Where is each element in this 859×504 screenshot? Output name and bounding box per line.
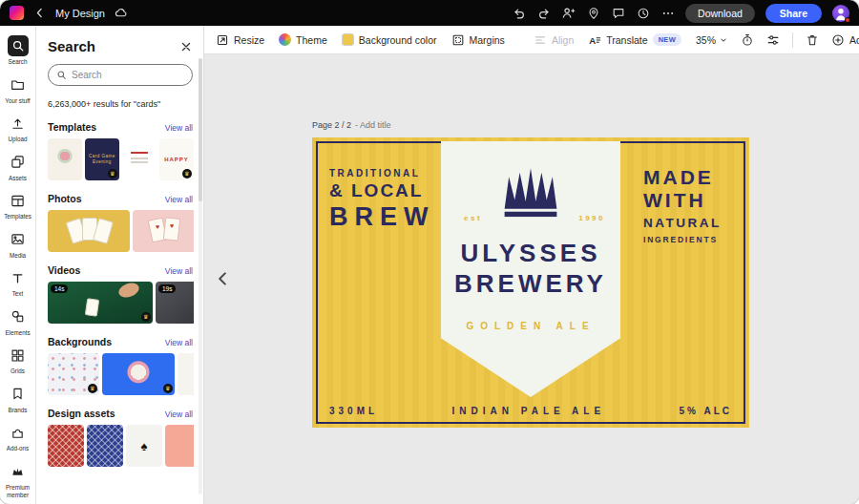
sidebar-item-assets[interactable]: Assets <box>0 147 36 186</box>
video-thumbnail[interactable]: 19s <box>156 282 194 324</box>
sidebar-item-upload[interactable]: Upload <box>0 108 36 147</box>
design-asset-thumbnail[interactable]: ♠ <box>126 425 162 467</box>
photo-thumbnail[interactable]: ♥ ♥ <box>133 210 194 252</box>
photo-thumbnail[interactable] <box>48 210 130 252</box>
section-title-videos: Videos <box>48 264 80 276</box>
theme-button[interactable]: Theme <box>279 33 327 46</box>
margins-button[interactable]: Margins <box>451 33 505 47</box>
back-icon[interactable] <box>32 6 47 20</box>
template-thumbnail[interactable] <box>48 138 82 180</box>
style-label: INDIAN PALE ALE <box>452 406 606 416</box>
settings-sliders-icon <box>766 33 780 47</box>
add-circle-icon <box>831 33 845 47</box>
adjust-button[interactable] <box>766 33 780 47</box>
redo-icon[interactable] <box>536 6 551 20</box>
view-all-backgrounds-link[interactable]: View all <box>165 338 193 347</box>
premium-crown-badge: ♛ <box>141 312 151 322</box>
card-art <box>163 217 180 242</box>
upload-icon <box>8 113 29 134</box>
design-asset-thumbnail[interactable] <box>165 425 194 467</box>
location-pin-icon[interactable] <box>586 6 600 20</box>
background-thumbnail[interactable]: ♛ <box>102 353 175 395</box>
margins-icon <box>451 33 465 47</box>
timer-button[interactable] <box>741 33 754 47</box>
template-thumbnail[interactable]: Card Game Evening ♛ <box>85 138 119 180</box>
template-thumbnail[interactable] <box>122 138 157 180</box>
view-all-photos-link[interactable]: View all <box>165 195 193 204</box>
brand-name-line2: BREWERY <box>441 269 620 299</box>
history-icon[interactable] <box>636 6 650 20</box>
results-count: 6,263,000+ results for "cards" <box>48 99 193 109</box>
bottom-info-row[interactable]: 330ML INDIAN PALE ALE 5% ALC <box>329 406 732 416</box>
share-button[interactable]: Share <box>765 4 822 23</box>
scrollbar-thumb[interactable] <box>199 58 202 201</box>
left-text-block[interactable]: TRADITIONAL & LOCAL BREW <box>329 168 435 232</box>
collapse-panel-chevron[interactable] <box>214 268 231 289</box>
beer-label-design[interactable]: TRADITIONAL & LOCAL BREW est 1990 ULYSSE… <box>312 137 749 428</box>
sidebar-item-search[interactable]: Search <box>0 31 36 70</box>
right-text-block[interactable]: MADE WITH NATURAL INGREDIENTS <box>643 166 722 244</box>
more-options-icon[interactable] <box>660 6 675 20</box>
translate-button[interactable]: A Translate NEW <box>588 33 681 47</box>
sidebar-item-add-ons[interactable]: Add-ons <box>0 417 36 456</box>
sidebar-item-premium[interactable]: Premium member <box>0 456 36 502</box>
design-asset-thumbnail[interactable] <box>48 425 84 467</box>
sidebar-item-your-stuff[interactable]: Your stuff <box>0 70 36 109</box>
sidebar-item-media[interactable]: Media <box>0 224 36 263</box>
adobe-express-logo[interactable] <box>10 6 24 20</box>
sidebar-item-text[interactable]: Text <box>0 262 36 302</box>
background-thumbnail[interactable]: ♛ <box>48 353 99 395</box>
zoom-control[interactable]: 35% <box>696 34 728 46</box>
document-title[interactable]: My Design <box>55 8 105 19</box>
premium-crown-badge: ♛ <box>88 384 97 393</box>
sidebar-item-brands[interactable]: Brands <box>0 379 36 418</box>
background-color-button[interactable]: Background color <box>342 33 437 46</box>
add-page-button[interactable]: Add <box>831 33 859 47</box>
design-asset-thumbnail[interactable] <box>87 425 123 467</box>
panel-scrollbar[interactable] <box>199 58 202 494</box>
sidebar-item-grids[interactable]: Grids <box>0 340 36 379</box>
bookmark-icon <box>8 384 29 405</box>
sidebar-item-elements[interactable]: Elements <box>0 302 36 341</box>
video-duration-badge: 19s <box>158 284 176 293</box>
video-thumbnail[interactable]: 14s ♛ <box>48 282 153 324</box>
brewery-crown-icon <box>494 166 567 220</box>
delete-page-button[interactable] <box>806 33 819 47</box>
sidebar-item-templates[interactable]: Templates <box>0 185 36 224</box>
notification-dot <box>845 17 850 23</box>
toolbar-divider <box>792 32 793 48</box>
template-thumbnail[interactable]: HAPPY ♛ <box>159 138 194 180</box>
account-avatar[interactable] <box>832 5 849 22</box>
view-all-templates-link[interactable]: View all <box>165 123 193 133</box>
close-icon[interactable] <box>179 40 193 53</box>
view-all-design-assets-link[interactable]: View all <box>165 410 193 419</box>
download-button[interactable]: Download <box>685 4 755 23</box>
shapes-icon <box>8 306 29 327</box>
resize-button[interactable]: Resize <box>216 33 264 47</box>
svg-text:A: A <box>590 34 597 45</box>
background-thumbnail[interactable] <box>178 353 194 395</box>
section-title-design-assets: Design assets <box>48 408 115 419</box>
card-art <box>85 298 99 317</box>
heart-art: ♥ <box>156 223 159 230</box>
view-all-videos-link[interactable]: View all <box>165 266 193 276</box>
toolbar-right-group: 35% <box>696 32 859 48</box>
page-label[interactable]: Page 2 / 2 - Add title <box>312 120 391 130</box>
canvas-area: Page 2 / 2 - Add title TRADITIONAL & LOC… <box>204 54 859 504</box>
align-button[interactable]: Align <box>534 33 574 47</box>
search-box[interactable] <box>48 64 193 86</box>
search-panel: Search 6,263,000+ results for "cards" Te… <box>36 26 204 504</box>
photos-row: ♥ ♥ <box>48 210 194 252</box>
heart-art: ♥ <box>170 222 174 229</box>
media-icon <box>8 229 29 250</box>
undo-icon[interactable] <box>512 6 526 20</box>
main-area: Resize Theme Background color Margins <box>204 26 859 504</box>
translate-icon: A <box>588 33 601 47</box>
add-title-placeholder[interactable]: - Add title <box>355 120 391 130</box>
invite-people-icon[interactable] <box>561 6 576 20</box>
comment-icon[interactable] <box>611 6 625 20</box>
search-input[interactable] <box>72 70 184 80</box>
backgrounds-row: ♛ ♛ <box>48 353 194 395</box>
premium-crown-badge: ♛ <box>108 169 117 178</box>
folder-icon <box>8 74 29 95</box>
